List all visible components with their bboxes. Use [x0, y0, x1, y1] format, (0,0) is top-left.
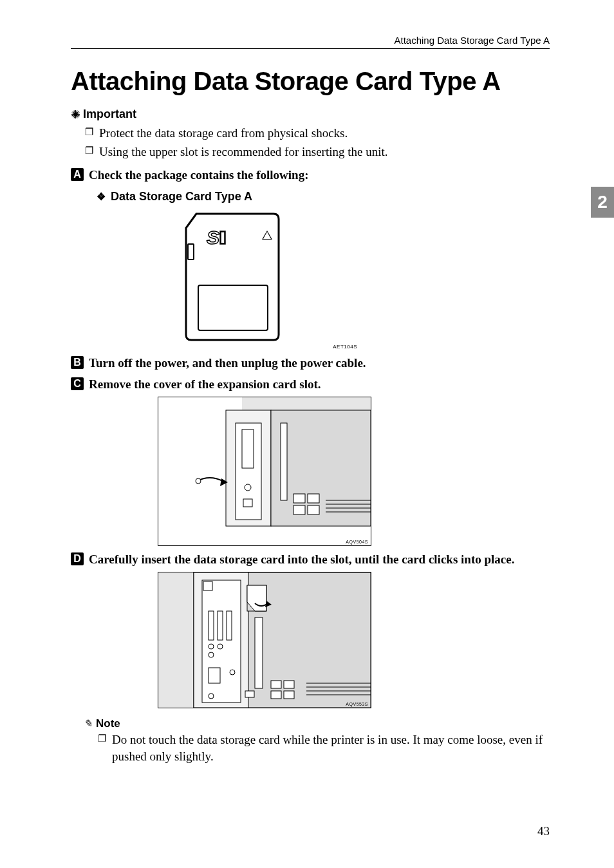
step-text: Carefully insert the data storage card i…: [89, 551, 514, 568]
step-text: Check the package contains the following…: [89, 167, 308, 184]
step-4: D Carefully insert the data storage card…: [71, 551, 550, 568]
svg-rect-39: [245, 691, 254, 697]
figure-remove-cover: AQV504S: [145, 397, 550, 546]
svg-rect-24: [218, 611, 223, 640]
page-number: 43: [537, 824, 550, 838]
svg-rect-35: [271, 681, 281, 688]
svg-point-26: [209, 644, 214, 649]
svg-point-30: [230, 670, 235, 675]
svg-rect-25: [227, 611, 232, 640]
svg-rect-13: [293, 505, 305, 514]
important-item: Using the upper slot is recommended for …: [85, 144, 550, 161]
important-list: Protect the data storage card from physi…: [71, 125, 550, 160]
svg-point-9: [196, 478, 201, 484]
figure-sd-card: S⃕ AET104S: [145, 212, 550, 350]
svg-rect-10: [281, 423, 287, 500]
printer-illustration-1: AQV504S: [158, 397, 371, 546]
step-number-icon: A: [71, 168, 84, 181]
sd-arrow-fill: [263, 232, 271, 239]
svg-rect-44: [203, 581, 212, 590]
figure-code: AET104S: [145, 344, 357, 350]
step-number-icon: C: [71, 377, 84, 390]
figure-code: AQV504S: [346, 540, 368, 544]
svg-rect-5: [242, 429, 254, 468]
svg-rect-14: [308, 505, 319, 514]
printer-svg: [158, 572, 371, 708]
printer-svg: [158, 397, 371, 545]
svg-rect-34: [255, 618, 263, 688]
svg-rect-7: [243, 499, 252, 507]
note-label: Note: [96, 717, 120, 730]
svg-rect-29: [209, 668, 220, 683]
sd-lock-switch: [187, 243, 194, 260]
step-1: A Check the package contains the followi…: [71, 167, 550, 184]
svg-rect-38: [284, 691, 294, 699]
important-label: Important: [83, 108, 136, 121]
step-text: Turn off the power, and then unplug the …: [89, 355, 366, 372]
svg-point-27: [218, 644, 223, 649]
figure-code: AQV553S: [346, 702, 368, 706]
note-heading: ✎ Note: [84, 717, 550, 730]
printer-illustration-2: AQV553S: [158, 572, 371, 708]
package-item-heading: ❖ Data Storage Card Type A: [97, 190, 550, 203]
important-item: Protect the data storage card from physi…: [85, 125, 550, 142]
step-number-icon: D: [71, 552, 84, 565]
note-item: Do not touch the data storage card while…: [98, 731, 550, 766]
step-3: C Remove the cover of the expansion card…: [71, 376, 550, 393]
section-tab: 2: [591, 187, 614, 218]
svg-point-31: [209, 693, 214, 699]
sd-logo-icon: S⃕: [207, 227, 225, 249]
step-2: B Turn off the power, and then unplug th…: [71, 355, 550, 372]
page: Attaching Data Storage Card Type A Attac…: [0, 0, 614, 868]
step-text: Remove the cover of the expansion card s…: [89, 376, 321, 393]
page-title: Attaching Data Storage Card Type A: [71, 67, 550, 96]
svg-point-28: [209, 652, 214, 657]
sd-card-illustration: S⃕: [183, 212, 280, 341]
svg-rect-22: [202, 580, 241, 703]
note-list: Do not touch the data storage card while…: [71, 731, 550, 766]
important-heading: ✺ Important: [71, 108, 550, 121]
svg-rect-23: [209, 611, 214, 640]
running-header: Attaching Data Storage Card Type A: [71, 35, 550, 49]
svg-rect-37: [271, 691, 281, 699]
pencil-icon: ✎: [84, 717, 92, 730]
figure-insert-card: AQV553S: [145, 572, 550, 708]
step-number-icon: B: [71, 356, 84, 369]
svg-point-6: [245, 484, 251, 491]
sd-label-area: [198, 285, 268, 331]
gear-icon: ✺: [71, 109, 80, 120]
svg-rect-11: [293, 494, 305, 503]
svg-rect-36: [284, 681, 294, 688]
diamond-icon: ❖: [97, 191, 106, 203]
package-item-label: Data Storage Card Type A: [111, 190, 252, 203]
svg-rect-12: [308, 494, 319, 503]
